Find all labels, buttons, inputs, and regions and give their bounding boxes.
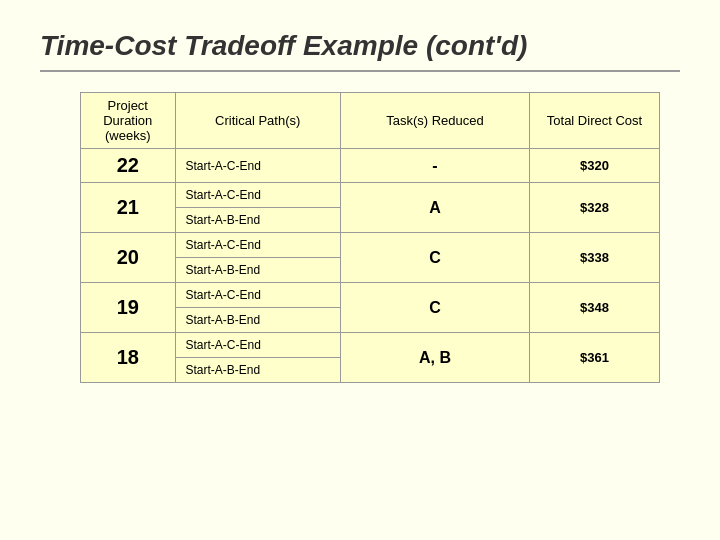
tasks-reduced-cell: C [340,283,529,333]
table-row: 19 Start-A-C-End C $348 [81,283,660,308]
slide: Time-Cost Tradeoff Example (cont'd) Proj… [0,0,720,540]
duration-cell: 21 [81,183,176,233]
header-critical-paths: Critical Path(s) [175,93,340,149]
critical-path-cell: Start-A-B-End [175,258,340,283]
table-row: 18 Start-A-C-End A, B $361 [81,333,660,358]
tasks-reduced-cell: A, B [340,333,529,383]
critical-path-cell: Start-A-C-End [175,283,340,308]
header-tasks-reduced: Task(s) Reduced [340,93,529,149]
critical-path-cell: Start-A-C-End [175,233,340,258]
cost-cell: $338 [529,233,659,283]
header-total-direct-cost: Total Direct Cost [529,93,659,149]
table-row: 22 Start-A-C-End - $320 [81,149,660,183]
cost-cell: $348 [529,283,659,333]
critical-path-cell: Start-A-B-End [175,308,340,333]
table-row: 20 Start-A-C-End C $338 [81,233,660,258]
critical-path-cell: Start-A-B-End [175,358,340,383]
table-row: 21 Start-A-C-End A $328 [81,183,660,208]
tasks-reduced-cell: - [340,149,529,183]
header-project-duration: Project Duration (weeks) [81,93,176,149]
duration-cell: 20 [81,233,176,283]
critical-path-cell: Start-A-B-End [175,208,340,233]
critical-path-cell: Start-A-C-End [175,149,340,183]
tradeoff-table: Project Duration (weeks) Critical Path(s… [80,92,660,383]
cost-cell: $361 [529,333,659,383]
duration-cell: 18 [81,333,176,383]
tasks-reduced-cell: C [340,233,529,283]
cost-cell: $320 [529,149,659,183]
duration-cell: 22 [81,149,176,183]
tasks-reduced-cell: A [340,183,529,233]
cost-cell: $328 [529,183,659,233]
duration-cell: 19 [81,283,176,333]
critical-path-cell: Start-A-C-End [175,183,340,208]
table-container: Project Duration (weeks) Critical Path(s… [80,92,680,383]
slide-title: Time-Cost Tradeoff Example (cont'd) [40,30,680,72]
critical-path-cell: Start-A-C-End [175,333,340,358]
